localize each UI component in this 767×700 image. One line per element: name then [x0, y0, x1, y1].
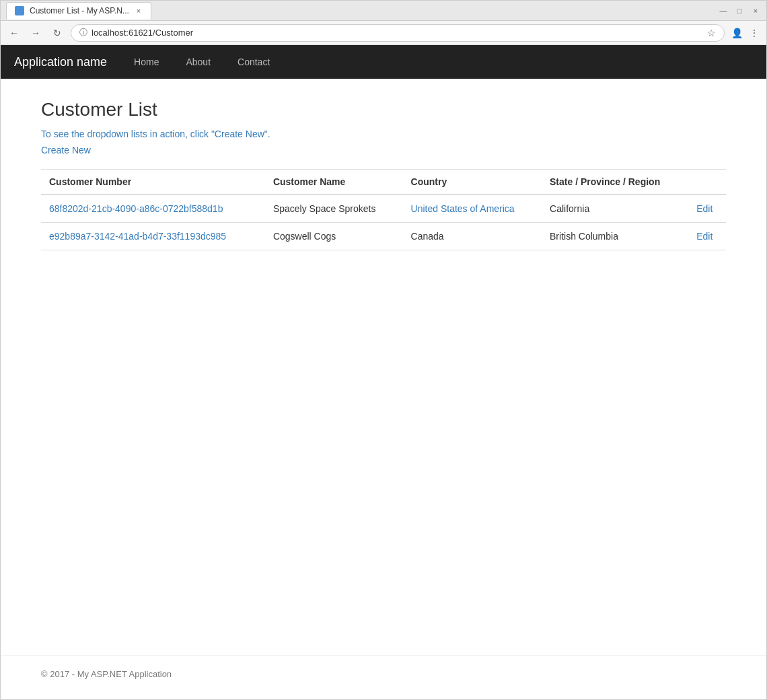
bookmark-icon[interactable]: ☆	[707, 28, 716, 38]
browser-tab[interactable]: Customer List - My ASP.N... ×	[6, 2, 151, 20]
tab-close-button[interactable]: ×	[135, 6, 143, 15]
col-header-customer-number: Customer Number	[41, 170, 265, 195]
page-content: Customer List To see the dropdown lists …	[1, 79, 766, 655]
app-navbar: Application name Home About Contact	[1, 45, 766, 79]
state-cell: British Columbia	[542, 223, 688, 250]
edit-link-2[interactable]: Edit	[696, 231, 713, 242]
footer-text: © 2017 - My ASP.NET Application	[41, 669, 172, 679]
browser-toolbar-icons: 👤 ⋮	[730, 26, 761, 40]
address-bar: ← → ↻ ⓘ localhost:61621/Customer ☆ 👤 ⋮	[1, 21, 766, 45]
tab-title: Customer List - My ASP.N...	[30, 6, 129, 15]
profile-icon[interactable]: 👤	[730, 26, 743, 40]
nav-home[interactable]: Home	[129, 54, 164, 70]
page-footer: © 2017 - My ASP.NET Application	[1, 655, 766, 699]
customer-number-link-2[interactable]: e92b89a7-3142-41ad-b4d7-33f1193dc985	[49, 231, 226, 242]
title-bar: Customer List - My ASP.N... × — □ ×	[1, 1, 766, 21]
col-header-customer-name: Customer Name	[265, 170, 403, 195]
country-cell: Canada	[403, 223, 542, 250]
col-header-state: State / Province / Region	[542, 170, 688, 195]
nav-contact[interactable]: Contact	[232, 54, 275, 70]
forward-button[interactable]: →	[28, 25, 44, 41]
lock-icon: ⓘ	[79, 27, 87, 38]
window-controls: — □ ×	[718, 5, 761, 16]
back-button[interactable]: ←	[6, 25, 22, 41]
app-brand[interactable]: Application name	[14, 55, 107, 69]
tab-favicon	[15, 6, 24, 15]
edit-cell: Edit	[688, 195, 726, 223]
customer-name-cell: Spacely Space Sprokets	[265, 195, 403, 223]
table-row: e92b89a7-3142-41ad-b4d7-33f1193dc985 Cog…	[41, 223, 726, 250]
customer-name-cell: Cogswell Cogs	[265, 223, 403, 250]
col-header-country: Country	[403, 170, 542, 195]
menu-icon[interactable]: ⋮	[747, 26, 761, 40]
create-new-link[interactable]: Create New	[41, 145, 91, 155]
title-bar-left: Customer List - My ASP.N... ×	[6, 2, 151, 20]
nav-about[interactable]: About	[180, 54, 216, 70]
url-text: localhost:61621/Customer	[92, 28, 193, 38]
browser-window: Customer List - My ASP.N... × — □ × ← → …	[0, 0, 767, 700]
state-cell: California	[542, 195, 688, 223]
page-title: Customer List	[41, 99, 726, 120]
country-cell: United States of America	[403, 195, 542, 223]
customer-number-link-1[interactable]: 68f8202d-21cb-4090-a86c-0722bf588d1b	[49, 203, 223, 214]
minimize-button[interactable]: —	[718, 5, 729, 16]
reload-button[interactable]: ↻	[49, 25, 65, 41]
customer-table: Customer Number Customer Name Country St…	[41, 169, 726, 250]
edit-cell: Edit	[688, 223, 726, 250]
close-button[interactable]: ×	[750, 5, 761, 16]
page-subtitle: To see the dropdown lists in action, cli…	[41, 129, 726, 139]
table-header-row: Customer Number Customer Name Country St…	[41, 170, 726, 195]
maximize-button[interactable]: □	[734, 5, 745, 16]
country-link-1[interactable]: United States of America	[411, 203, 515, 214]
col-header-actions	[688, 170, 726, 195]
edit-link-1[interactable]: Edit	[696, 203, 713, 214]
table-row: 68f8202d-21cb-4090-a86c-0722bf588d1b Spa…	[41, 195, 726, 223]
customer-number-cell: 68f8202d-21cb-4090-a86c-0722bf588d1b	[41, 195, 265, 223]
customer-number-cell: e92b89a7-3142-41ad-b4d7-33f1193dc985	[41, 223, 265, 250]
url-bar[interactable]: ⓘ localhost:61621/Customer ☆	[71, 24, 725, 42]
